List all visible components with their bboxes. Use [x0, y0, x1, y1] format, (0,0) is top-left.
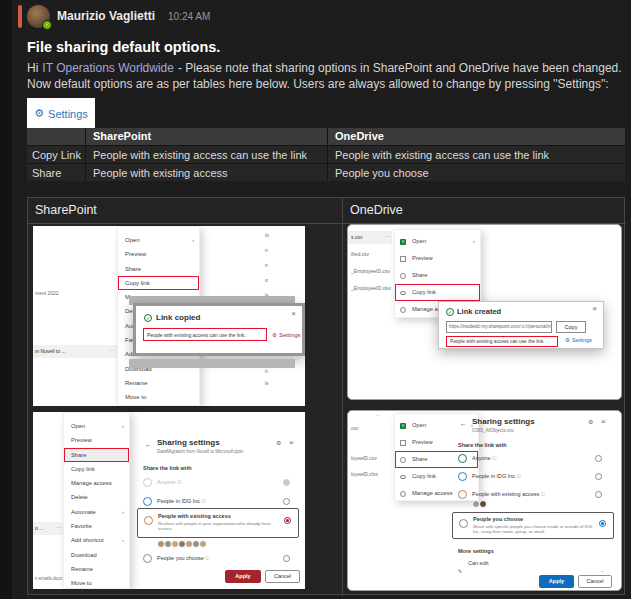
text-fragment: n	[265, 247, 268, 253]
menu-item-rename[interactable]: Rename	[64, 562, 129, 576]
menu-item-copy-link[interactable]: Copy link	[118, 276, 199, 290]
gear-icon[interactable]	[588, 418, 593, 425]
existing-access-icon	[458, 490, 467, 499]
menu-item-download[interactable]: Download	[64, 548, 129, 562]
selected-file-row[interactable]: m Novell to ...	[33, 345, 117, 358]
mention-link[interactable]: IT Operations Worldwide	[42, 61, 174, 75]
file-name-fragment: m Novell to ...	[35, 348, 66, 354]
menu-item-preview[interactable]: Preview	[118, 247, 199, 261]
option-choose-label: People you choose	[473, 516, 523, 522]
excel-icon	[400, 423, 406, 429]
menu-item-label: Copy link	[412, 289, 436, 295]
menu-item-copy-link[interactable]: Copy link	[395, 284, 480, 301]
header-sharepoint: SharePoint	[85, 128, 327, 145]
menu-item-preview[interactable]: Preview	[395, 250, 480, 267]
menu-item-move-to[interactable]: Move to	[118, 390, 199, 404]
selected-file-row[interactable]: o ...	[33, 522, 63, 535]
menu-item-open[interactable]: Open	[64, 419, 129, 433]
dialog-settings-link[interactable]: ⚙Settings	[565, 337, 592, 343]
menu-item-rename[interactable]: Rename	[118, 376, 199, 390]
menu-item-open[interactable]: Open	[395, 233, 480, 250]
menu-item-favorite[interactable]: Favorite	[64, 519, 129, 533]
header-onedrive: OneDrive	[327, 128, 625, 145]
menu-item-automate[interactable]: Automate	[64, 505, 129, 519]
settings-link-label: Settings	[279, 332, 301, 338]
close-icon[interactable]	[289, 438, 294, 447]
menu-item-preview[interactable]: Preview	[64, 433, 129, 447]
more-actions-icon[interactable]	[375, 412, 381, 418]
menu-item-add-shortcut[interactable]: Add shortcut	[64, 533, 129, 547]
toast-title: Link copied	[156, 313, 200, 322]
menu-item-label: Copy link	[412, 473, 436, 479]
menu-item-copy-link[interactable]: Copy link	[64, 462, 129, 476]
preview-icon	[400, 440, 406, 446]
option-people-choose-box[interactable]: People you choose Share with specific pe…	[452, 512, 614, 539]
file-name-fragment: _EmployeeID.csv	[351, 268, 390, 274]
apply-button[interactable]: Apply	[539, 575, 574, 588]
menu-item-label: Open	[412, 422, 426, 428]
radio-existing[interactable]	[595, 491, 602, 498]
chevron-down-icon[interactable]	[600, 558, 604, 576]
file-name-fragment: s.csv	[351, 234, 362, 240]
close-icon[interactable]	[592, 304, 597, 313]
avatar	[479, 500, 487, 508]
menu-item-share[interactable]: Share	[64, 448, 129, 462]
manage-access-icon	[400, 307, 406, 313]
permission-dropdown[interactable]: Can edit	[468, 560, 489, 566]
gear-icon: ⚙	[272, 332, 277, 338]
people-choose-icon	[459, 519, 468, 528]
menu-item-label: Share	[412, 456, 427, 462]
redacted-row	[129, 359, 295, 368]
more-settings-label: More settings	[458, 548, 494, 554]
close-icon[interactable]	[601, 417, 606, 426]
menu-item-share[interactable]: Share	[395, 267, 480, 284]
screenshot-sharepoint-copylink: ment 2022 m Novell to ... lo n n o ls n …	[33, 226, 305, 406]
radio-org[interactable]	[595, 473, 602, 480]
radio-org[interactable]	[283, 498, 290, 505]
left-rail	[0, 0, 12, 599]
radio-choose[interactable]	[283, 555, 290, 562]
apply-button[interactable]: Apply	[225, 570, 261, 583]
option-existing-access-box[interactable]: People with existing access Reshare with…	[137, 508, 299, 538]
menu-item-delete[interactable]: Delete	[64, 490, 129, 504]
file-name-fragment: csv	[351, 425, 359, 431]
more-actions-icon[interactable]	[56, 524, 61, 530]
radio-existing-selected[interactable]	[284, 517, 291, 524]
author-name[interactable]: Maurizio Vaglietti	[57, 9, 155, 23]
back-icon[interactable]	[145, 441, 152, 448]
back-icon[interactable]	[460, 420, 467, 427]
more-actions-icon[interactable]	[109, 347, 114, 353]
anyone-icon	[458, 454, 467, 463]
row-label: Copy Link	[27, 146, 85, 163]
radio-choose-selected[interactable]	[599, 520, 606, 527]
gear-icon[interactable]	[276, 439, 281, 446]
screenshot-onedrive-share: csv loyeeID.csv loyeeID.xlsx Open Previe…	[347, 410, 622, 591]
message-title: File sharing default options.	[27, 39, 220, 55]
option-org[interactable]: People in IDG Inc	[472, 473, 521, 479]
more-actions-icon[interactable]	[385, 233, 390, 239]
cancel-button[interactable]: Cancel	[578, 575, 612, 588]
selected-file-row[interactable]: s.csv	[348, 231, 392, 244]
link-url-field[interactable]: https://insideidc-my.sharepoint.com/:x:/…	[446, 321, 552, 333]
menu-item-manage-access[interactable]: Manage access	[64, 476, 129, 490]
radio-anyone[interactable]	[595, 455, 602, 462]
menu-item-move-to[interactable]: Move to	[64, 576, 129, 589]
settings-button[interactable]: ⚙ Settings	[27, 98, 95, 129]
close-icon[interactable]	[291, 309, 296, 318]
cancel-button[interactable]: Cancel	[265, 570, 300, 583]
option-org[interactable]: People in IDG Inc	[157, 498, 206, 504]
link-copied-toast: Link copied People with existing access …	[133, 303, 305, 356]
option-anyone[interactable]: Anyone	[472, 455, 496, 461]
menu-item-share[interactable]: Share	[118, 262, 199, 276]
table-row: Share People with existing access People…	[27, 163, 625, 181]
cell-onedrive: People with existing access can use the …	[327, 146, 625, 163]
option-choose[interactable]: People you choose	[157, 555, 210, 561]
share-icon	[400, 273, 406, 279]
option-existing[interactable]: People with existing access	[472, 491, 545, 497]
menu-item-open[interactable]: Open	[118, 233, 199, 247]
radio-anyone[interactable]	[283, 479, 290, 486]
message-timestamp: 10:24 AM	[168, 11, 210, 22]
file-name-fragment: loyeeID.csv	[351, 455, 377, 461]
copy-button[interactable]: Copy	[556, 321, 586, 333]
toast-settings-link[interactable]: ⚙Settings	[272, 332, 301, 338]
